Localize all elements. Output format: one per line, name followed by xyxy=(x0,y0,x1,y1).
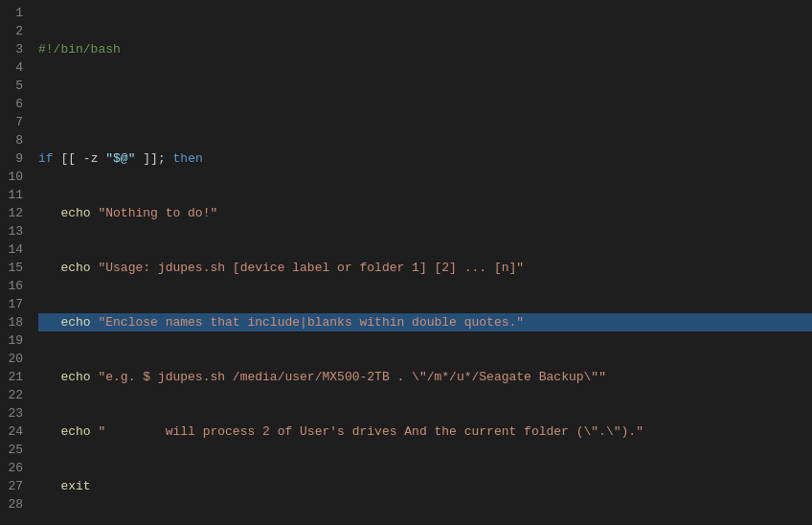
line-num-4: 4 xyxy=(4,58,23,77)
line-num-19: 19 xyxy=(4,331,23,350)
line-num-22: 22 xyxy=(4,386,23,404)
line-num-20: 20 xyxy=(4,350,23,368)
code-line-3: if [[ -z "$@" ]]; then xyxy=(38,149,812,168)
line-num-25: 25 xyxy=(4,441,23,459)
code-text[interactable]: #!/bin/bash if [[ -z "$@" ]]; then echo … xyxy=(31,0,812,525)
code-line-4: echo "Nothing to do!" xyxy=(38,204,812,222)
line-num-18: 18 xyxy=(4,313,23,331)
code-editor: 1 2 3 4 5 6 7 8 9 10 11 12 13 14 15 16 1… xyxy=(0,0,812,525)
line-num-6: 6 xyxy=(4,95,23,113)
line-num-23: 23 xyxy=(4,404,23,422)
code-line-2 xyxy=(38,95,812,113)
line-num-5: 5 xyxy=(4,77,23,95)
code-line-5: echo "Usage: jdupes.sh [device label or … xyxy=(38,259,812,277)
line-num-14: 14 xyxy=(4,240,23,259)
code-line-7: echo "e.g. $ jdupes.sh /media/user/MX500… xyxy=(38,368,812,386)
code-line-6: echo "Enclose names that include|blanks … xyxy=(38,313,812,331)
line-num-28: 28 xyxy=(4,495,23,514)
line-numbers: 1 2 3 4 5 6 7 8 9 10 11 12 13 14 15 16 1… xyxy=(0,0,31,525)
line-num-9: 9 xyxy=(4,149,23,168)
line-num-11: 11 xyxy=(4,186,23,204)
line-num-3: 3 xyxy=(4,40,23,58)
line-num-7: 7 xyxy=(4,113,23,131)
line-num-16: 16 xyxy=(4,277,23,295)
code-line-9: exit xyxy=(38,477,812,495)
code-line-8: echo " will process 2 of User's drives A… xyxy=(38,422,812,441)
line-num-21: 21 xyxy=(4,368,23,386)
line-num-10: 10 xyxy=(4,168,23,186)
line-num-27: 27 xyxy=(4,477,23,495)
line-num-26: 26 xyxy=(4,459,23,477)
line-num-2: 2 xyxy=(4,22,23,40)
line-num-24: 24 xyxy=(4,422,23,441)
line-num-13: 13 xyxy=(4,222,23,240)
line-num-12: 12 xyxy=(4,204,23,222)
code-line-1: #!/bin/bash xyxy=(38,40,812,58)
line-num-1: 1 xyxy=(4,4,23,22)
line-num-17: 17 xyxy=(4,295,23,313)
line-num-15: 15 xyxy=(4,259,23,277)
line-num-8: 8 xyxy=(4,131,23,149)
